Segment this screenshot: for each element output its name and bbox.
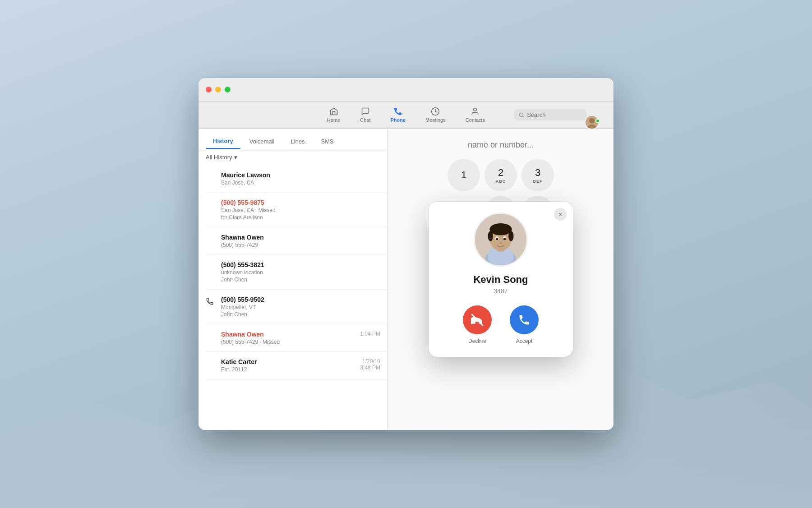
caller-location: unknown location <box>221 269 380 276</box>
right-panel: 1 2 ABC 3 DEF 4 GHI 5 JKL <box>388 129 614 430</box>
caller-sub: John Chen <box>221 277 380 283</box>
nav-items: Home Chat Phone <box>319 104 493 125</box>
left-panel: History Voicemail Lines SMS All History … <box>198 129 388 430</box>
caller-name: (500) 555-9502 <box>221 296 380 303</box>
call-info: Maurice Lawson San Jose, CA <box>221 171 380 186</box>
caller-location: Montpelier, VT <box>221 304 380 310</box>
filter-label: All History <box>206 154 232 161</box>
caller-name: Shawna Owen <box>221 234 380 241</box>
home-icon <box>329 107 338 116</box>
meetings-icon <box>431 107 440 116</box>
caller-location: Ext. 20112 <box>221 366 355 373</box>
accept-button[interactable] <box>510 305 539 334</box>
caller-location: (500) 555-7429 <box>221 242 380 248</box>
svg-point-13 <box>488 231 493 241</box>
nav-bar: Home Chat Phone <box>198 102 614 129</box>
svg-point-19 <box>499 242 502 244</box>
modal-overlay: × <box>388 129 614 430</box>
nav-item-phone[interactable]: Phone <box>382 104 414 125</box>
call-info: (500) 555-9502 Montpelier, VT John Chen <box>221 296 380 318</box>
caller-name: (500) 555-3821 <box>221 261 380 268</box>
close-button[interactable] <box>206 87 212 92</box>
decline-button[interactable] <box>463 305 492 334</box>
svg-point-5 <box>589 118 595 123</box>
search-bar[interactable] <box>514 109 586 120</box>
call-info: (500) 555-9875 San Jose, CA · Missed for… <box>221 199 380 221</box>
decline-label: Decline <box>468 338 486 344</box>
incoming-call-modal: × <box>429 202 573 357</box>
nav-label-home: Home <box>327 117 340 123</box>
list-item[interactable]: Katie Carter Ext. 20112 1/20/19 3:48 PM <box>206 352 388 379</box>
main-content: History Voicemail Lines SMS All History … <box>198 129 614 430</box>
call-info: (500) 555-3821 unknown location John Che… <box>221 261 380 283</box>
contacts-icon <box>471 107 480 116</box>
tabs-row: History Voicemail Lines SMS <box>198 129 388 149</box>
call-actions: Decline Accept <box>463 305 539 344</box>
online-indicator <box>595 119 600 123</box>
accept-icon <box>518 314 531 326</box>
tab-history[interactable]: History <box>206 134 240 149</box>
search-input[interactable] <box>527 111 582 118</box>
call-info: Shawna Owen (500) 555-7429 · Missed <box>221 331 355 345</box>
caller-name: Kevin Song <box>473 274 528 286</box>
list-item[interactable]: (500) 555-9875 San Jose, CA · Missed for… <box>206 193 388 227</box>
minimize-button[interactable] <box>215 87 221 92</box>
svg-point-2 <box>520 113 523 116</box>
caller-name: Shawna Owen <box>221 331 355 338</box>
caller-location: San Jose, CA · Missed <box>221 207 380 213</box>
caller-sub: for Clara Arellano <box>221 214 380 221</box>
caller-name: Maurice Lawson <box>221 171 380 179</box>
list-item[interactable]: (500) 555-3821 unknown location John Che… <box>206 255 388 290</box>
nav-label-chat: Chat <box>360 117 370 123</box>
svg-line-3 <box>522 116 523 117</box>
svg-point-1 <box>474 108 477 111</box>
list-item[interactable]: Shawna Owen (500) 555-7429 · Missed 1:04… <box>206 324 388 352</box>
search-icon <box>519 112 524 118</box>
filter-row: All History ▾ <box>198 149 388 165</box>
tab-sms[interactable]: SMS <box>314 134 341 149</box>
maximize-button[interactable] <box>225 87 231 92</box>
svg-point-17 <box>496 238 498 240</box>
nav-item-meetings[interactable]: Meetings <box>417 104 454 125</box>
modal-close-button[interactable]: × <box>554 208 567 221</box>
window-controls <box>206 87 231 92</box>
title-bar <box>198 78 614 102</box>
caller-name: Katie Carter <box>221 358 355 365</box>
accept-group: Accept <box>510 305 539 344</box>
decline-icon <box>471 314 484 326</box>
filter-button[interactable]: All History ▾ <box>206 154 237 161</box>
call-info: Shawna Owen (500) 555-7429 <box>221 234 380 248</box>
app-window: Home Chat Phone <box>198 78 614 430</box>
caller-name: (500) 555-9875 <box>221 199 380 206</box>
svg-point-12 <box>489 223 512 236</box>
call-info: Katie Carter Ext. 20112 <box>221 358 355 373</box>
nav-label-contacts: Contacts <box>466 117 485 123</box>
nav-item-chat[interactable]: Chat <box>352 104 378 125</box>
caller-avatar-image <box>475 212 526 267</box>
call-time: 1:04 PM <box>360 331 380 337</box>
list-item[interactable]: Shawna Owen (500) 555-7429 <box>206 227 388 255</box>
list-item[interactable]: (500) 555-9502 Montpelier, VT John Chen <box>206 290 388 324</box>
list-item[interactable]: Maurice Lawson San Jose, CA <box>206 165 388 193</box>
caller-location: (500) 555-7429 · Missed <box>221 339 355 345</box>
phone-icon-nav <box>393 107 402 116</box>
nav-label-meetings: Meetings <box>425 117 446 123</box>
caller-location: San Jose, CA <box>221 180 380 186</box>
nav-item-home[interactable]: Home <box>319 104 348 125</box>
svg-point-14 <box>508 231 513 241</box>
nav-item-contacts[interactable]: Contacts <box>457 104 493 125</box>
phone-icon-list <box>206 296 217 307</box>
nav-label-phone: Phone <box>390 117 406 123</box>
accept-label: Accept <box>516 338 533 344</box>
caller-ext: 3487 <box>494 287 508 295</box>
tab-voicemail[interactable]: Voicemail <box>242 134 282 149</box>
caller-sub: John Chen <box>221 311 380 318</box>
svg-point-18 <box>503 238 506 240</box>
caller-avatar <box>474 212 528 267</box>
chat-icon <box>361 107 370 116</box>
chevron-down-icon: ▾ <box>234 154 237 161</box>
call-time: 1/20/19 3:48 PM <box>360 358 380 371</box>
decline-group: Decline <box>463 305 492 344</box>
tab-lines[interactable]: Lines <box>283 134 312 149</box>
call-list: Maurice Lawson San Jose, CA (500) 555-98… <box>198 165 388 430</box>
